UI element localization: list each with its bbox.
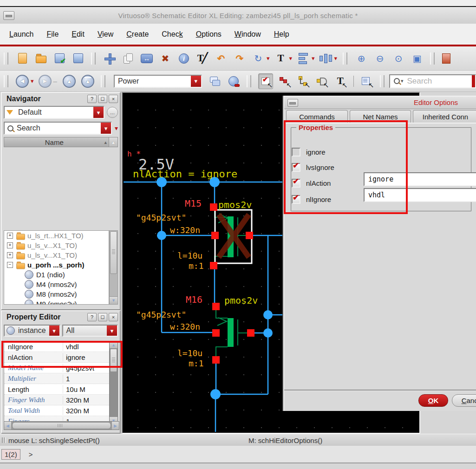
rotate-button[interactable]: ↻ <box>251 51 265 66</box>
menu-launch[interactable]: Launch <box>9 30 34 39</box>
filter-more-button[interactable]: ... <box>107 107 118 118</box>
tree-item[interactable]: +u_ls_v...X1_TO) <box>4 241 109 250</box>
tab-inherited-connections[interactable]: Inherited Conn <box>413 110 476 123</box>
lvsignore-checkbox[interactable]: ✔ <box>292 163 300 172</box>
property-filter-combo[interactable]: All ▾ <box>62 325 118 337</box>
copy-button[interactable] <box>121 51 135 66</box>
menu-view[interactable]: View <box>98 30 113 39</box>
property-row[interactable]: Finger Width320n M <box>4 395 111 405</box>
float-button[interactable]: ◻ <box>98 95 107 103</box>
scroll-up-button[interactable]: ▲ <box>110 341 117 348</box>
menu-check[interactable]: Check <box>162 30 183 39</box>
nlaction-checkbox[interactable]: ✔ <box>292 179 300 188</box>
forward-button[interactable]: ▶ <box>38 74 52 89</box>
rotate-dropdown[interactable]: ▾ <box>267 55 270 62</box>
zoom-in-button[interactable]: ⊕ <box>354 51 368 66</box>
search-expand-dropdown[interactable]: ▾ <box>115 124 118 132</box>
instance-m16[interactable]: M16 pmos2v "g45p2svt" w:320n l=10u m:1 <box>136 294 258 368</box>
select-mode-button[interactable]: ✔↖ <box>258 73 273 89</box>
ignore-checkbox[interactable]: ✔ <box>292 148 300 156</box>
scroll-right-button[interactable]: ▶ <box>112 422 119 430</box>
nlignore-checkbox[interactable]: ✔ <box>292 195 300 204</box>
nlignore-field[interactable]: vhdl <box>364 188 476 202</box>
edit-text-button[interactable]: T╱ <box>196 51 209 66</box>
tab-commands[interactable]: Commands <box>286 110 348 123</box>
toolbar-grip[interactable] <box>4 75 8 87</box>
menu-file[interactable]: File <box>47 30 59 39</box>
descend-edit-button[interactable] <box>208 74 222 89</box>
expander-icon[interactable]: − <box>7 262 13 268</box>
tree-item[interactable]: −u_porh ...s_porh) <box>4 260 109 270</box>
cancel-button[interactable]: Cancel <box>452 394 476 407</box>
menu-edit[interactable]: Edit <box>72 30 85 39</box>
property-row[interactable]: Total Width320n M <box>4 405 111 416</box>
zoom-out-button[interactable]: ⊖ <box>373 51 387 66</box>
property-value[interactable]: g45p2svt <box>63 364 111 372</box>
hierarchy-combo[interactable]: Power ▾ <box>114 75 202 88</box>
property-value[interactable]: vhdl <box>63 343 111 351</box>
toolbar-grip[interactable] <box>343 52 347 65</box>
check-and-save-button[interactable]: ✔ <box>52 51 66 66</box>
window-minimize-icon[interactable] <box>3 11 14 20</box>
property-row[interactable]: Model Nameg45p2svt <box>4 363 111 373</box>
property-row[interactable]: Length10u M <box>4 384 111 395</box>
expander-icon[interactable]: + <box>7 252 13 258</box>
nlaction-field[interactable]: ignore <box>364 172 476 186</box>
save-button[interactable] <box>71 51 85 66</box>
back-dropdown[interactable]: ▾ <box>31 78 34 85</box>
scroll-up-button[interactable]: ▲ <box>109 137 117 147</box>
property-value[interactable]: ignore <box>63 353 111 361</box>
dialog-titlebar[interactable]: Editor Options <box>284 97 476 109</box>
select-text-button[interactable]: T↖ <box>333 74 347 89</box>
menu-window[interactable]: Window <box>235 30 261 39</box>
tree-item[interactable]: M9 (pmos2v) <box>4 299 109 305</box>
hscrollbar-thumb[interactable] <box>12 422 111 429</box>
property-filter-dropdown[interactable]: ▾ <box>107 326 117 336</box>
close-button[interactable]: × <box>109 95 118 103</box>
property-value[interactable]: 320n M <box>63 407 111 415</box>
zoom-fit-button[interactable]: ▣ <box>410 51 424 66</box>
navigator-scrollbar[interactable]: ▼ <box>109 230 118 305</box>
name-column-header[interactable]: Name ▴ ▲ <box>4 137 118 147</box>
help-button[interactable]: ? <box>87 313 97 321</box>
help-button[interactable]: ? <box>87 95 97 103</box>
object-type-dropdown[interactable]: ▾ <box>49 326 59 336</box>
search-options-dropdown[interactable]: ▾ <box>401 78 404 84</box>
toolbar-grip[interactable] <box>91 52 96 65</box>
back-button[interactable]: ◀ <box>15 74 29 89</box>
undo-button[interactable]: ↶ <box>214 51 228 66</box>
up-hierarchy-button[interactable]: ▲ <box>62 74 76 89</box>
toolbar-search-input[interactable]: ▾ Search <box>389 74 476 88</box>
toolbar-grip[interactable] <box>380 75 385 87</box>
navigator-search-dropdown[interactable]: ▾ <box>101 123 111 134</box>
command-line[interactable]: 1(2) > <box>0 446 476 463</box>
ok-button[interactable]: OK <box>418 394 448 407</box>
float-button[interactable]: ◻ <box>98 313 107 321</box>
hierarchy-combo-dropdown[interactable]: ▾ <box>191 76 201 87</box>
menu-options[interactable]: Options <box>196 30 222 39</box>
tree-item[interactable]: D1 (ndio) <box>4 270 109 280</box>
tree-item[interactable]: M8 (nmos2v) <box>4 289 109 299</box>
menu-help[interactable]: Help <box>274 30 289 39</box>
add-text-dropdown[interactable]: ▾ <box>289 55 293 62</box>
scrollbar-thumb[interactable] <box>110 349 117 372</box>
property-value[interactable]: 320n M <box>63 396 111 404</box>
add-text-button[interactable]: T <box>274 51 288 66</box>
scroll-left-button[interactable]: ◀ <box>4 422 11 430</box>
expander-icon[interactable]: + <box>7 242 13 248</box>
clipped-toolbar-icon[interactable] <box>442 53 450 64</box>
redo-button[interactable]: ↷ <box>233 51 247 66</box>
select-instance-button[interactable]: ↖ <box>315 74 329 89</box>
property-hscrollbar[interactable]: ◀ ▶ <box>4 421 119 430</box>
navigator-filter-combo[interactable]: Default ▾ <box>4 106 104 119</box>
toolbar-grip[interactable] <box>101 75 105 87</box>
stretch-button[interactable]: ↔ <box>140 51 154 66</box>
expander-icon[interactable]: + <box>7 233 13 239</box>
property-value[interactable]: 1 <box>63 375 111 383</box>
close-button[interactable]: × <box>109 313 118 321</box>
property-value[interactable]: 10u M <box>63 385 111 393</box>
scrollbar-thumb[interactable] <box>110 231 117 274</box>
tab-net-names[interactable]: Net Names <box>350 110 411 123</box>
tree-item[interactable]: +u_ls_v...X1_TO) <box>4 250 109 260</box>
move-button[interactable] <box>103 51 117 66</box>
